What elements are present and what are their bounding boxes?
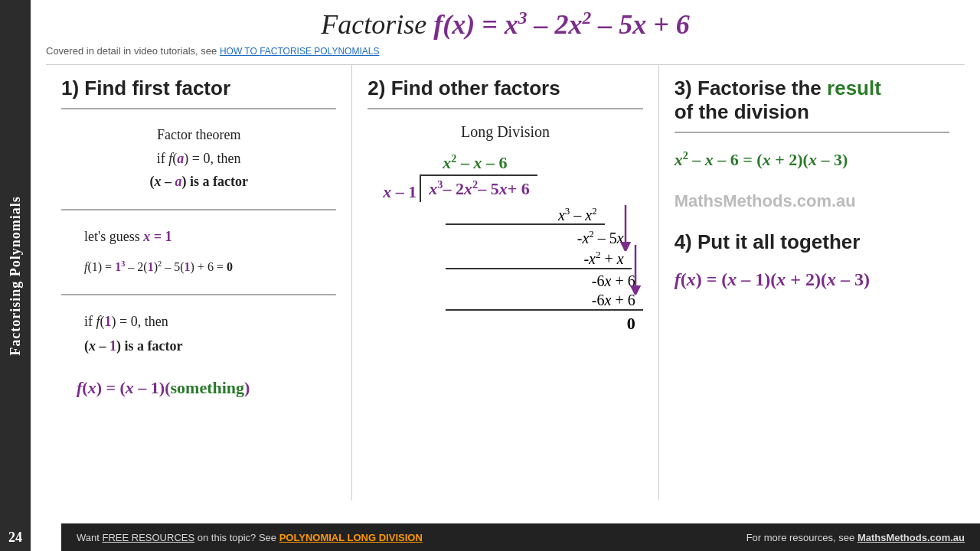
factor-theorem-block: Factor theorem if f(a) = 0, then (x – a)… [61,123,336,194]
polynomial-long-division-link[interactable]: POLYNOMIAL LONG DIVISION [279,532,423,543]
step6-row: 0 [446,314,642,334]
title-fx: f(x) = x3 – 2x2 – 5x + 6 [433,9,689,40]
dividend: x3– 2x2– 5x+ 6 [420,174,537,201]
title-prefix: Factorise [321,9,433,40]
watermark: MathsMethods.com.au [675,191,949,211]
step4-row: -6x + 6 [446,272,642,290]
col1-heading: 1) Find first factor [61,77,336,100]
step3-underline [446,268,631,269]
col3-divider [675,132,949,133]
col3-heading: 3) Factorise the result of the division [675,77,949,124]
quotient: x2 – x – 6 [443,152,642,173]
bottom-bar: Want FREE RESOURCES on this topic? See P… [61,523,980,551]
subtitle: Covered in detail in video tutorials, se… [46,45,965,57]
long-division-diagram: x2 – x – 6 x – 1 x3– 2x2– 5x+ 6 [383,152,642,334]
page-number: 24 [0,523,31,551]
division-setup: x – 1 x3– 2x2– 5x+ 6 [383,174,642,201]
col3-final-equation: f(x) = (x – 1)(x + 2)(x – 3) [675,269,949,290]
page-title: Factorise f(x) = x3 – 2x2 – 5x + 6 [46,8,965,41]
col1-result: f(x) = (x – 1)(something) [77,378,336,398]
arrow1 [614,205,637,251]
col3-factorise-result: 3) Factorise the result of the division … [659,65,965,500]
columns-container: 1) Find first factor Factor theorem if f… [46,64,965,500]
col2-heading: 2) Find other factors [368,77,642,100]
col1-divider2 [61,209,336,210]
if-section: if f(1) = 0, then (x – 1) is a factor [84,309,336,359]
col2-find-other-factors: 2) Find other factors Long Division x2 –… [352,65,658,500]
arrow2 [624,245,647,295]
step3-row: -x2 + x [446,249,642,268]
sidebar: Factorising Polynomials [0,0,31,551]
mathsmethods-link[interactable]: MathsMethods.com.au [858,532,965,543]
col2-divider [368,108,642,109]
step1-underline [446,223,604,225]
main-content: Factorise f(x) = x3 – 2x2 – 5x + 6 Cover… [31,0,980,551]
divisor: x – 1 [383,182,420,202]
factorise-polynomials-link[interactable]: HOW TO FACTORISE POLYNOMIALS [220,46,380,57]
col1-find-first-factor: 1) Find first factor Factor theorem if f… [46,65,352,500]
bottom-right-text: For more resources, see MathsMethods.com… [746,532,965,543]
col3-section4-heading: 4) Put it all together [675,230,949,254]
col3-equation1: x2 – x – 6 = (x + 2)(x – 3) [675,147,949,172]
step5-row: -6x + 6 [446,292,642,309]
long-division-label: Long Division [368,123,642,141]
guess-section: let's guess x = 1 f(1) = 13 – 2(1)2 – 5(… [84,224,336,279]
step5-underline [446,309,642,311]
col3-heading-green: result [827,77,881,99]
col1-divider3 [61,294,336,295]
col1-divider [61,108,336,109]
sidebar-label: Factorising Polynomials [8,196,24,356]
division-steps: x3 – x2 -x2 – 5x [446,205,642,334]
bottom-left-text: Want FREE RESOURCES on this topic? See P… [77,532,423,543]
